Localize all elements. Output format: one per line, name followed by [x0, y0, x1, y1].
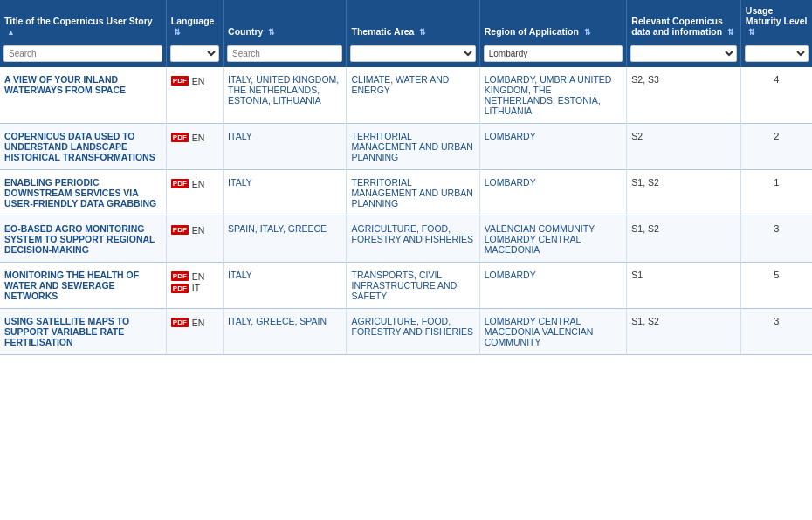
lang-text: EN — [192, 76, 205, 86]
thematic-cell: AGRICULTURE, FOOD, FORESTRY AND FISHERIE… — [347, 309, 479, 355]
pdf-badge: PDF — [171, 76, 189, 86]
thematic-cell: TERRITORIAL MANAGEMENT AND URBAN PLANNIN… — [347, 124, 479, 170]
title-link[interactable]: MONITORING THE HEALTH OF WATER AND SEWER… — [4, 270, 162, 301]
col-header-maturity[interactable]: Usage Maturity Level ⇅ — [740, 0, 812, 42]
title-link[interactable]: A VIEW OF YOUR INLAND WATERWAYS FROM SPA… — [4, 74, 162, 95]
main-container: Title of the Copernicus User Story ▲ Lan… — [0, 0, 812, 355]
pdf-badge: PDF — [171, 318, 189, 327]
pdf-lang-item[interactable]: PDFEN — [171, 76, 205, 86]
col-country-label: Country — [228, 26, 263, 37]
country-cell: ITALY, UNITED KINGDOM, THE NETHERLANDS, … — [224, 67, 347, 124]
maturity-cell: 1 — [740, 170, 812, 216]
region-cell: LOMBARDY — [479, 263, 627, 309]
copernicus-cell: S1, S2 — [627, 216, 741, 263]
table-row: USING SATELLITE MAPS TO SUPPORT VARIABLE… — [0, 309, 812, 355]
country-cell: ITALY — [224, 124, 347, 170]
pdf-lang-item[interactable]: PDFEN — [171, 318, 205, 328]
sort-icon-copernicus: ⇅ — [727, 28, 734, 37]
pdf-lang-item[interactable]: PDFEN — [171, 225, 205, 236]
thematic-filter-select[interactable]: CLIMATE, WATER AND ENERGY TERRITORIAL MA… — [350, 45, 475, 62]
table-filter-row: EN IT CLIMATE, WATER AND ENERGY TERRITOR… — [0, 42, 812, 67]
col-header-title[interactable]: Title of the Copernicus User Story ▲ — [0, 0, 166, 42]
title-cell: MONITORING THE HEALTH OF WATER AND SEWER… — [0, 263, 166, 309]
copernicus-cell: S1 — [627, 263, 741, 309]
copernicus-cell: S2 — [627, 124, 741, 170]
copernicus-filter-select[interactable]: S1 S2 S3 — [630, 45, 737, 62]
col-header-region[interactable]: Region of Application ⇅ — [479, 0, 627, 42]
title-link[interactable]: COPERNICUS DATA USED TO UNDERSTAND LANDS… — [4, 131, 162, 162]
title-cell: EO-BASED AGRO MONITORING SYSTEM TO SUPPO… — [0, 216, 166, 263]
sort-icon-language: ⇅ — [174, 28, 181, 37]
title-cell: A VIEW OF YOUR INLAND WATERWAYS FROM SPA… — [0, 67, 166, 124]
pdf-badge: PDF — [171, 271, 189, 281]
copernicus-cell: S1, S2 — [627, 170, 741, 216]
pdf-badge: PDF — [171, 179, 189, 188]
language-cell: PDFEN — [166, 309, 223, 355]
title-search-input[interactable] — [3, 45, 162, 62]
lang-text: EN — [192, 318, 205, 328]
lang-text: EN — [192, 271, 205, 282]
country-cell: ITALY — [224, 263, 347, 309]
thematic-cell: CLIMATE, WATER AND ENERGY — [347, 67, 479, 124]
title-cell: COPERNICUS DATA USED TO UNDERSTAND LANDS… — [0, 124, 166, 170]
title-link[interactable]: USING SATELLITE MAPS TO SUPPORT VARIABLE… — [4, 316, 162, 347]
country-cell: ITALY — [224, 170, 347, 216]
pdf-badge: PDF — [171, 133, 189, 142]
col-header-language[interactable]: Language ⇅ — [166, 0, 223, 42]
table-row: COPERNICUS DATA USED TO UNDERSTAND LANDS… — [0, 124, 812, 170]
col-header-country[interactable]: Country ⇅ — [224, 0, 347, 42]
country-cell: SPAIN, ITALY, GREECE — [224, 216, 347, 263]
pdf-lang-item[interactable]: PDFEN — [171, 271, 205, 282]
col-header-thematic[interactable]: Thematic Area ⇅ — [347, 0, 479, 42]
filter-country-cell — [224, 42, 347, 67]
col-copernicus-label: Relevant Copernicus data and information — [631, 16, 722, 37]
pdf-lang-item[interactable]: PDFIT — [171, 283, 200, 293]
maturity-filter-select[interactable]: 1 2 3 4 5 — [745, 45, 809, 62]
country-cell: ITALY, GREECE, SPAIN — [224, 309, 347, 355]
sort-icon-maturity: ⇅ — [748, 28, 755, 37]
filter-copernicus-cell: S1 S2 S3 — [627, 42, 741, 67]
thematic-cell: AGRICULTURE, FOOD, FORESTRY AND FISHERIE… — [347, 216, 479, 263]
col-maturity-label: Usage Maturity Level — [746, 5, 808, 26]
language-cell: PDFEN — [166, 124, 223, 170]
thematic-cell: TRANSPORTS, CIVIL INFRASTRUCTURE AND SAF… — [347, 263, 479, 309]
col-title-label: Title of the Copernicus User Story — [4, 16, 153, 26]
language-cell: PDFEN — [166, 170, 223, 216]
lang-text: EN — [192, 179, 205, 189]
copernicus-cell: S2, S3 — [627, 67, 741, 124]
title-link[interactable]: ENABLING PERIODIC DOWNSTREAM SERVICES VI… — [4, 177, 162, 209]
maturity-cell: 4 — [740, 67, 812, 124]
thematic-cell: TERRITORIAL MANAGEMENT AND URBAN PLANNIN… — [347, 170, 479, 216]
title-cell: USING SATELLITE MAPS TO SUPPORT VARIABLE… — [0, 309, 166, 355]
title-link[interactable]: EO-BASED AGRO MONITORING SYSTEM TO SUPPO… — [4, 223, 162, 255]
region-cell: LOMBARDY — [479, 170, 627, 216]
col-language-label: Language — [171, 16, 215, 26]
region-cell: VALENCIAN COMMUNITY LOMBARDY CENTRAL MAC… — [479, 216, 627, 263]
filter-maturity-cell: 1 2 3 4 5 — [740, 42, 812, 67]
sort-icon-country: ⇅ — [268, 28, 275, 37]
language-filter-select[interactable]: EN IT — [170, 45, 219, 62]
country-search-input[interactable] — [227, 45, 342, 62]
data-table: Title of the Copernicus User Story ▲ Lan… — [0, 0, 812, 355]
pdf-badge: PDF — [171, 284, 189, 293]
table-body: A VIEW OF YOUR INLAND WATERWAYS FROM SPA… — [0, 67, 812, 355]
pdf-lang-item[interactable]: PDFEN — [171, 133, 205, 143]
maturity-cell: 2 — [740, 124, 812, 170]
language-cell: PDFENPDFIT — [166, 263, 223, 309]
col-header-copernicus[interactable]: Relevant Copernicus data and information… — [627, 0, 741, 42]
table-header-row: Title of the Copernicus User Story ▲ Lan… — [0, 0, 812, 42]
maturity-cell: 3 — [740, 216, 812, 263]
region-filter-input[interactable] — [484, 45, 623, 62]
language-cell: PDFEN — [166, 67, 223, 124]
table-row: EO-BASED AGRO MONITORING SYSTEM TO SUPPO… — [0, 216, 812, 263]
region-cell: LOMBARDY, UMBRIA UNITED KINGDOM, THE NET… — [479, 67, 627, 124]
table-row: ENABLING PERIODIC DOWNSTREAM SERVICES VI… — [0, 170, 812, 216]
filter-region-cell — [479, 42, 627, 67]
pdf-lang-item[interactable]: PDFEN — [171, 179, 205, 189]
sort-icon-title: ▲ — [7, 28, 15, 37]
col-region-label: Region of Application — [485, 26, 579, 37]
maturity-cell: 3 — [740, 309, 812, 355]
maturity-cell: 5 — [740, 263, 812, 309]
pdf-badge: PDF — [171, 225, 189, 235]
title-cell: ENABLING PERIODIC DOWNSTREAM SERVICES VI… — [0, 170, 166, 216]
